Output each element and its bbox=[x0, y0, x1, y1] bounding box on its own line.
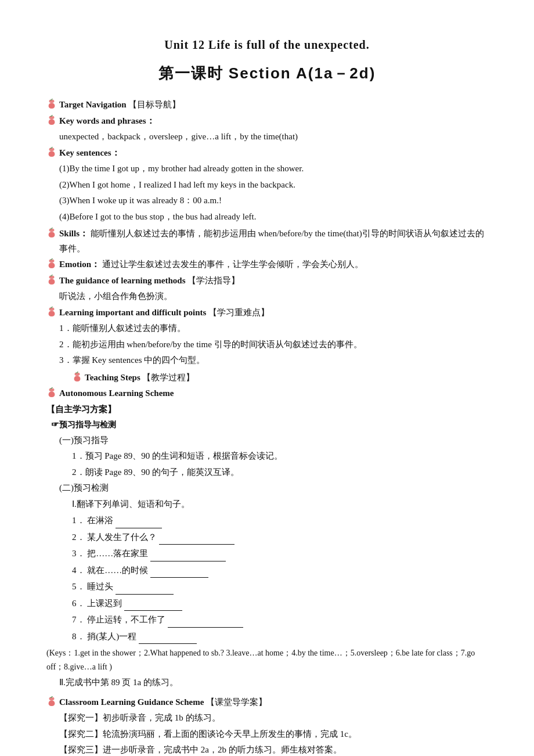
blank-5-line bbox=[116, 579, 174, 595]
blank-7-num: 7． bbox=[72, 615, 85, 624]
blank-3: 3． 把……落在家里 bbox=[72, 546, 488, 561]
apple-icon-sentences bbox=[46, 147, 57, 157]
blank-6-num: 6． bbox=[72, 599, 85, 608]
point-3: 3．掌握 Key sentences 中的四个句型。 bbox=[59, 353, 488, 368]
skills-label: Skills： bbox=[59, 229, 88, 238]
preview-item-2: 2．朗读 Page 89、90 的句子，能英汉互译。 bbox=[72, 465, 488, 480]
emotion-content: 通过让学生叙述过去发生的事件，让学生学会倾听，学会关心别人。 bbox=[102, 260, 363, 269]
point-1: 1．能听懂别人叙述过去的事情。 bbox=[59, 321, 488, 336]
classroom-row: Classroom Learning Guidance Scheme 【课堂导学… bbox=[46, 695, 488, 710]
blank-8-num: 8． bbox=[72, 632, 85, 641]
target-nav-label: Target Navigation bbox=[59, 100, 127, 109]
blanks-list: 1． 在淋浴 2． 某人发生了什么？ 3． 把……落在家里 4． 就在……的时候 bbox=[72, 513, 488, 644]
blank-5: 5． 睡过头 bbox=[72, 579, 488, 595]
blank-1-text: 在淋浴 bbox=[87, 516, 113, 525]
key-sentences-row: Key sentences： bbox=[46, 146, 488, 161]
blank-6: 6． 上课迟到 bbox=[72, 596, 488, 611]
key-sentence-4: (4)Before I got to the bus stop，the bus … bbox=[59, 210, 488, 225]
blank-4: 4． 就在……的时候 bbox=[72, 563, 488, 578]
apple-icon-classroom bbox=[46, 696, 57, 707]
blank-4-text: 就在……的时候 bbox=[87, 566, 148, 575]
key-sentences-list: (1)By the time I got up，my brother had a… bbox=[59, 161, 488, 224]
blank-7-text: 停止运转，不工作了 bbox=[87, 615, 165, 624]
teaching-steps-row: Teaching Steps 【教学过程】 bbox=[72, 370, 488, 386]
apple-icon-emotion bbox=[46, 258, 57, 269]
emotion-label: Emotion： bbox=[59, 260, 100, 269]
key-sentence-1: (1)By the time I got up，my brother had a… bbox=[59, 161, 488, 177]
exercise-text: Ⅱ.完成书中第 89 页 1a 的练习。 bbox=[59, 675, 488, 690]
methods-content: 听说法，小组合作角色扮演。 bbox=[59, 289, 488, 304]
blank-8-text: 捎(某人)一程 bbox=[87, 632, 136, 641]
blank-1: 1． 在淋浴 bbox=[72, 513, 488, 528]
classroom-item-1: 【探究二】轮流扮演玛丽，看上面的图谈论今天早上所发生的事情，完成 1c。 bbox=[59, 727, 488, 742]
key-sentences-label: Key sentences： bbox=[59, 146, 120, 161]
autonomous-label-cn: 【自主学习方案】 bbox=[46, 402, 488, 417]
steps-label: Teaching Steps bbox=[85, 373, 140, 382]
page-container: Unit 12 Life is full of the unexpected. … bbox=[46, 35, 488, 756]
apple-icon-steps bbox=[72, 372, 82, 382]
key-words-content: unexpected，backpack，oversleep，give…a lif… bbox=[59, 129, 488, 145]
blank-6-line bbox=[124, 596, 182, 611]
apple-icon-skills bbox=[46, 228, 57, 238]
key-words-label: Key words and phrases： bbox=[59, 116, 155, 125]
autonomous-label: Autonomous Learning Scheme bbox=[59, 386, 174, 401]
blank-4-line bbox=[150, 563, 208, 578]
point-2: 2．能初步运用由 when/before/by the time 引导的时间状语… bbox=[59, 337, 488, 352]
target-nav-label-cn: 【目标导航】 bbox=[128, 100, 181, 109]
steps-label-cn: 【教学过程】 bbox=[142, 373, 194, 382]
blank-3-num: 3． bbox=[72, 549, 85, 558]
blank-1-num: 1． bbox=[72, 516, 85, 525]
keys-text: (Keys：1.get in the shower；2.What happene… bbox=[46, 646, 488, 674]
classroom-item-0: 【探究一】初步听录音，完成 1b 的练习。 bbox=[59, 711, 488, 726]
key-sentence-3: (3)When I woke up it was already 8：00 a.… bbox=[59, 193, 488, 208]
points-list: 1．能听懂别人叙述过去的事情。 2．能初步运用由 when/before/by … bbox=[59, 321, 488, 368]
emotion-row: Emotion： 通过让学生叙述过去发生的事件，让学生学会倾听，学会关心别人。 bbox=[46, 257, 488, 272]
learning-points-row: Learning important and difficult points … bbox=[46, 305, 488, 321]
apple-icon-target bbox=[46, 99, 57, 109]
blank-1-line bbox=[116, 513, 162, 528]
points-label: Learning important and difficult points bbox=[59, 308, 206, 317]
blank-2-text: 某人发生了什么？ bbox=[87, 532, 157, 542]
preview-item-0: (一)预习指导 bbox=[59, 433, 488, 448]
methods-label-cn: 【学法指导】 bbox=[187, 276, 240, 285]
classroom-label: Classroom Learning Guidance Scheme bbox=[59, 697, 204, 707]
blank-4-num: 4． bbox=[72, 566, 85, 575]
skills-content: 能听懂别人叙述过去的事情，能初步运用由 when/before/by the t… bbox=[59, 229, 484, 253]
blank-5-num: 5． bbox=[72, 582, 85, 591]
section-title: 第一课时 Section A(1a－2d) bbox=[46, 60, 488, 86]
apple-icon-keywords bbox=[46, 115, 57, 125]
blank-6-text: 上课迟到 bbox=[87, 599, 122, 608]
target-nav-row: Target Navigation 【目标导航】 bbox=[46, 98, 488, 113]
key-sentence-2: (2)When I got home，I realized I had left… bbox=[59, 178, 488, 193]
blank-5-text: 睡过头 bbox=[87, 582, 113, 591]
preview-title: ☞预习指导与检测 bbox=[51, 418, 488, 432]
blank-2-num: 2． bbox=[72, 532, 85, 542]
classroom-list: 【探究一】初步听录音，完成 1b 的练习。 【探究二】轮流扮演玛丽，看上面的图谈… bbox=[59, 711, 488, 756]
page-title: Unit 12 Life is full of the unexpected. bbox=[46, 35, 488, 55]
apple-icon-methods bbox=[46, 275, 57, 285]
blank-7-line bbox=[168, 612, 243, 628]
blank-3-text: 把……落在家里 bbox=[87, 549, 148, 558]
blank-2-line bbox=[159, 530, 234, 545]
autonomous-row: Autonomous Learning Scheme bbox=[46, 386, 488, 401]
apple-icon-autonomous bbox=[46, 387, 57, 398]
blank-7: 7． 停止运转，不工作了 bbox=[72, 612, 488, 628]
skills-row: Skills： 能听懂别人叙述过去的事情，能初步运用由 when/before/… bbox=[46, 226, 488, 256]
blank-8-line bbox=[139, 629, 197, 645]
apple-icon-points bbox=[46, 307, 57, 317]
classroom-item-2: 【探究三】进一步听录音，完成书中 2a，2b 的听力练习。师生核对答案。 bbox=[59, 743, 488, 756]
blank-3-line bbox=[150, 546, 226, 561]
preview-item-4: Ⅰ.翻译下列单词、短语和句子。 bbox=[72, 497, 488, 512]
preview-item-3: (二)预习检测 bbox=[59, 481, 488, 496]
points-label-cn: 【学习重难点】 bbox=[208, 308, 269, 317]
methods-label: The guidance of learning methods bbox=[59, 276, 186, 285]
classroom-label-cn: 【课堂导学案】 bbox=[206, 697, 267, 707]
preview-item-1: 1．预习 Page 89、90 的生词和短语，根据音标会读记。 bbox=[72, 449, 488, 464]
key-words-row: Key words and phrases： bbox=[46, 114, 488, 129]
learning-methods-row: The guidance of learning methods 【学法指导】 bbox=[46, 273, 488, 289]
blank-8: 8． 捎(某人)一程 bbox=[72, 629, 488, 645]
blank-2: 2． 某人发生了什么？ bbox=[72, 530, 488, 545]
